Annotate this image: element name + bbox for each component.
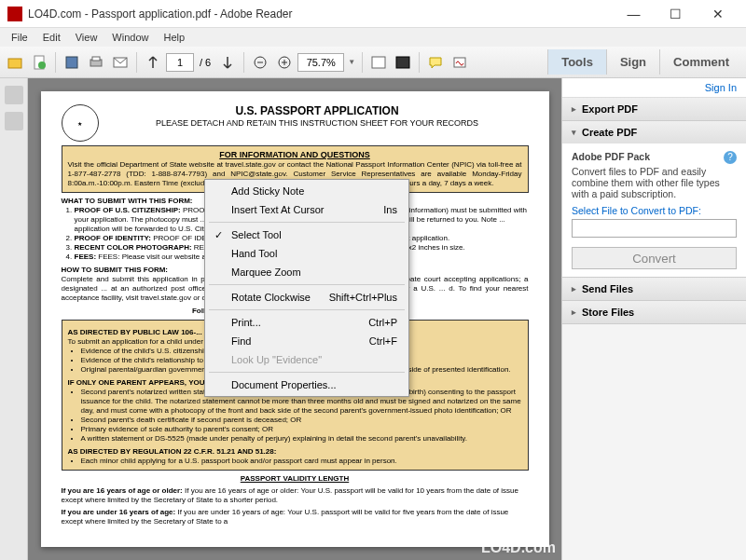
zoom-out-icon[interactable] [249, 51, 271, 74]
fullscreen-icon[interactable] [392, 51, 414, 74]
next-page-icon[interactable] [216, 51, 239, 74]
ctx-rotate-clockwise[interactable]: Rotate ClockwiseShift+Ctrl+Plus [207, 288, 407, 307]
us-seal-icon: ★ [62, 104, 99, 142]
menu-window[interactable]: Window [104, 30, 156, 45]
comment-icon[interactable] [424, 51, 447, 74]
toolbar-right-tabs: Tools Sign Comment [547, 49, 742, 75]
menu-edit[interactable]: Edit [35, 30, 68, 45]
zoom-dropdown-icon[interactable]: ▼ [346, 58, 357, 66]
page-number-input[interactable] [166, 53, 194, 72]
tools-panel: Sign In Export PDF Create PDF Adobe PDF … [561, 78, 746, 560]
context-menu: Add Sticky Note Insert Text At CursorIns… [204, 179, 409, 397]
separator [209, 284, 405, 285]
menu-bar: File Edit View Window Help [0, 28, 746, 47]
ctx-find[interactable]: FindCtrl+F [207, 332, 407, 350]
svg-rect-3 [66, 57, 77, 68]
ctx-insert-text[interactable]: Insert Text At CursorIns [207, 200, 407, 219]
separator [55, 52, 56, 73]
svg-rect-5 [92, 57, 100, 61]
prev-page-icon[interactable] [142, 51, 164, 74]
list-item: Second parent's death certificate if sec… [81, 416, 522, 425]
ctx-look-up: Look Up "Evidence" [207, 350, 407, 369]
open-icon[interactable] [4, 51, 26, 74]
svg-rect-12 [372, 57, 385, 68]
window-title: LO4D.com - Passport application.pdf - Ad… [28, 7, 613, 20]
svg-rect-13 [396, 57, 409, 68]
app-icon [7, 7, 22, 21]
doc-title: U.S. PASSPORT APPLICATION [62, 104, 529, 118]
tab-sign[interactable]: Sign [606, 49, 659, 75]
zoom-in-icon[interactable] [273, 51, 296, 74]
list-item: Primary evidence of sole authority to pa… [81, 425, 522, 434]
create-pdf-section[interactable]: Create PDF [562, 121, 746, 143]
menu-file[interactable]: File [4, 30, 35, 45]
info-heading: FOR INFORMATION AND QUESTIONS [68, 150, 522, 160]
separator [419, 52, 420, 73]
watermark: LO4D.com [481, 540, 556, 556]
ctx-select-tool[interactable]: Select Tool [207, 225, 407, 244]
separator [243, 52, 244, 73]
svg-point-2 [38, 61, 46, 69]
save-icon[interactable] [61, 51, 83, 74]
fill-sign-icon[interactable] [449, 51, 471, 74]
menu-help[interactable]: Help [156, 30, 192, 45]
export-pdf-section[interactable]: Export PDF [562, 98, 746, 120]
create-pdf-body: Adobe PDF Pack ? Convert files to PDF an… [562, 143, 746, 277]
thumbnails-icon[interactable] [5, 86, 23, 104]
read-mode-icon[interactable] [367, 51, 390, 74]
email-icon[interactable] [109, 51, 131, 74]
separator [362, 52, 363, 73]
ctx-print[interactable]: Print...Ctrl+P [207, 313, 407, 332]
maximize-button[interactable]: ☐ [655, 1, 697, 27]
ctx-marquee-zoom[interactable]: Marquee Zoom [207, 263, 407, 281]
reg-heading: AS DIRECTED BY REGULATION 22 C.F.R. 51.2… [68, 447, 522, 457]
page-total-label: / 6 [196, 57, 214, 68]
validity-16-under: If you are under 16 years of age: If you… [62, 508, 529, 526]
attachments-icon[interactable] [5, 112, 23, 130]
svg-rect-0 [8, 59, 21, 68]
doc-subtitle: PLEASE DETACH AND RETAIN THIS INSTRUCTIO… [62, 118, 529, 129]
separator [209, 372, 405, 373]
send-files-section[interactable]: Send Files [562, 278, 746, 300]
pdf-pack-title: Adobe PDF Pack [572, 151, 650, 162]
window-controls: — ☐ ✕ [613, 1, 739, 27]
list-item: A written statement or DS-5525 (made und… [81, 434, 522, 444]
create-pdf-icon[interactable] [28, 51, 50, 74]
menu-view[interactable]: View [68, 30, 105, 45]
ctx-add-sticky-note[interactable]: Add Sticky Note [207, 182, 407, 200]
tab-comment[interactable]: Comment [659, 49, 742, 75]
list-item: Each minor child applying for a U.S. pas… [81, 457, 522, 466]
close-button[interactable]: ✕ [697, 1, 739, 27]
help-icon[interactable]: ? [724, 151, 737, 164]
ctx-hand-tool[interactable]: Hand Tool [207, 244, 407, 263]
sign-in-link[interactable]: Sign In [562, 78, 746, 98]
title-bar: LO4D.com - Passport application.pdf - Ad… [0, 0, 746, 28]
print-icon[interactable] [85, 51, 107, 74]
separator [209, 309, 405, 310]
separator [209, 222, 405, 223]
tab-tools[interactable]: Tools [547, 49, 606, 75]
ctx-document-properties[interactable]: Document Properties... [207, 376, 407, 394]
toolbar: / 6 ▼ Tools Sign Comment [0, 47, 746, 78]
select-file-label: Select File to Convert to PDF: [572, 205, 737, 216]
validity-heading: PASSPORT VALIDITY LENGTH [62, 474, 529, 484]
select-file-input[interactable] [572, 219, 737, 238]
convert-button[interactable]: Convert [572, 247, 737, 269]
store-files-section[interactable]: Store Files [562, 301, 746, 323]
separator [136, 52, 137, 73]
minimize-button[interactable]: — [613, 1, 655, 27]
zoom-input[interactable] [297, 53, 344, 72]
nav-pane [0, 78, 28, 560]
pdf-pack-desc: Convert files to PDF and easily combine … [572, 166, 737, 199]
validity-16-over: If you are 16 years of age or older: If … [62, 486, 529, 505]
